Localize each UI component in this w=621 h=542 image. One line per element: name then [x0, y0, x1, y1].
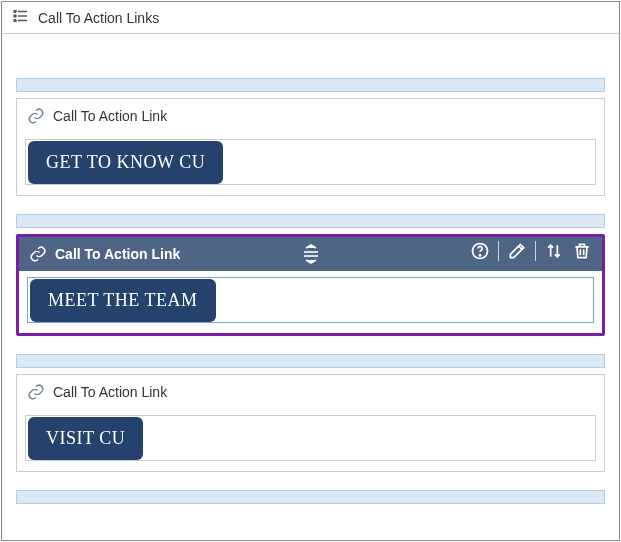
- help-icon[interactable]: [470, 241, 490, 261]
- cta-button[interactable]: GET TO KNOW CU: [28, 141, 223, 184]
- svg-point-2: [14, 15, 16, 17]
- block-toolbar: [470, 241, 592, 261]
- drag-handle[interactable]: [300, 244, 322, 264]
- edit-icon[interactable]: [507, 241, 527, 261]
- link-icon: [29, 245, 47, 263]
- link-icon: [27, 107, 45, 125]
- sort-icon[interactable]: [544, 241, 564, 261]
- block-body: VISIT CU: [17, 409, 604, 471]
- link-icon: [27, 383, 45, 401]
- list-icon: [12, 7, 30, 28]
- block-label: Call To Action Link: [53, 108, 167, 124]
- block-header[interactable]: Call To Action Link: [17, 99, 604, 133]
- trash-icon[interactable]: [572, 241, 592, 261]
- dropzone[interactable]: [16, 354, 605, 368]
- svg-point-4: [14, 19, 16, 21]
- content: Call To Action Link GET TO KNOW CU Call …: [2, 34, 619, 504]
- separator: [535, 241, 536, 261]
- block-body: MEET THE TEAM: [19, 271, 602, 333]
- cta-field[interactable]: MEET THE TEAM: [27, 277, 594, 323]
- cta-field[interactable]: VISIT CU: [25, 415, 596, 461]
- block-header[interactable]: Call To Action Link: [19, 237, 602, 271]
- cta-field[interactable]: GET TO KNOW CU: [25, 139, 596, 185]
- svg-point-9: [479, 255, 480, 256]
- dropzone[interactable]: [16, 78, 605, 92]
- cta-block[interactable]: Call To Action Link GET TO KNOW CU: [16, 98, 605, 196]
- cta-block[interactable]: Call To Action Link VISIT CU: [16, 374, 605, 472]
- svg-point-0: [14, 10, 16, 12]
- dropzone[interactable]: [16, 214, 605, 228]
- page-title: Call To Action Links: [38, 10, 159, 26]
- cta-block-selected[interactable]: Call To Action Link: [16, 234, 605, 336]
- cta-button[interactable]: VISIT CU: [28, 417, 143, 460]
- cta-button[interactable]: MEET THE TEAM: [30, 279, 216, 322]
- block-label: Call To Action Link: [53, 384, 167, 400]
- block-header[interactable]: Call To Action Link: [17, 375, 604, 409]
- separator: [498, 241, 499, 261]
- page-header: Call To Action Links: [2, 2, 619, 34]
- block-body: GET TO KNOW CU: [17, 133, 604, 195]
- dropzone[interactable]: [16, 490, 605, 504]
- block-label: Call To Action Link: [55, 246, 180, 262]
